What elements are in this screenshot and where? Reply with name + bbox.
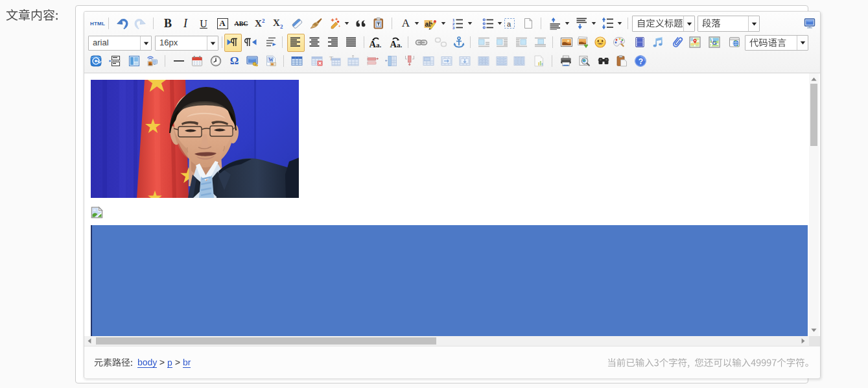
svg-text:?: ? <box>639 57 643 66</box>
svg-text:G: G <box>712 39 716 46</box>
svg-text:2: 2 <box>280 23 283 30</box>
svg-text:X: X <box>273 18 280 28</box>
svg-text:X: X <box>255 18 262 29</box>
svg-text:3: 3 <box>452 26 455 30</box>
svg-text:2: 2 <box>262 18 265 24</box>
svg-text:A: A <box>369 39 377 49</box>
svg-text:W: W <box>268 57 274 63</box>
svg-text:a.: a. <box>376 41 382 49</box>
svg-text:a.: a. <box>397 41 403 49</box>
svg-text:A: A <box>390 39 397 49</box>
svg-text:a: a <box>507 20 511 28</box>
